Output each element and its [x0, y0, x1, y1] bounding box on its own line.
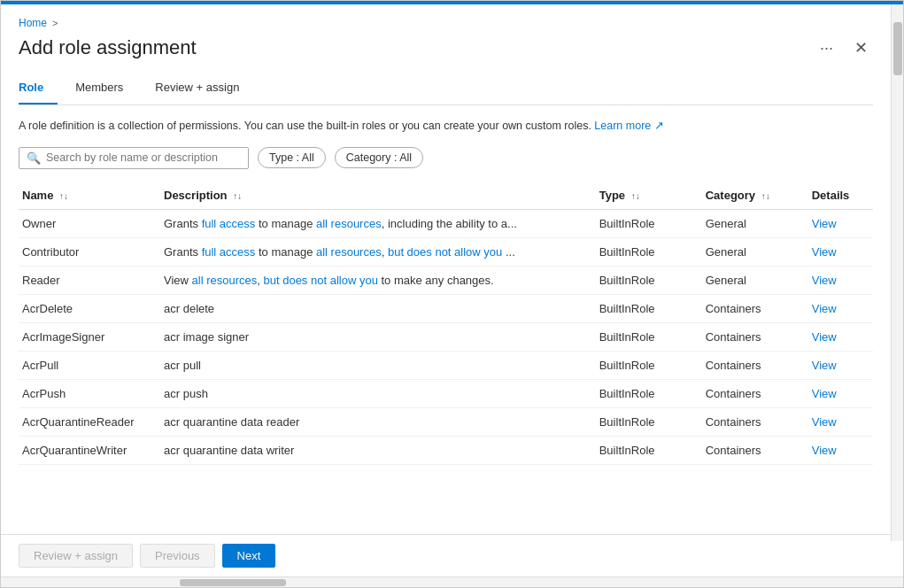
role-name-cell: AcrDelete [19, 294, 160, 322]
view-link[interactable]: View [812, 217, 837, 230]
main-content: Home > Add role assignment ··· ✕ Role Me… [1, 4, 903, 576]
role-type-cell: BuiltInRole [596, 351, 702, 379]
scrollbar[interactable] [891, 4, 903, 541]
header-actions: ··· ✕ [815, 36, 873, 59]
role-details-cell[interactable]: View [808, 209, 873, 237]
role-category-cell: Containers [702, 294, 808, 322]
bottom-scrollbar[interactable] [1, 576, 903, 587]
col-description[interactable]: Description ↑↓ [160, 182, 596, 210]
role-category-cell: General [702, 237, 808, 266]
search-input[interactable] [46, 151, 241, 164]
table-row[interactable]: AcrPullacr pullBuiltInRoleContainersView [19, 351, 873, 379]
bottom-scrollbar-thumb [180, 579, 286, 586]
filters-row: 🔍 Type : All Category : All [19, 147, 873, 169]
tab-role[interactable]: Role [19, 74, 58, 104]
breadcrumb: Home > [19, 4, 873, 36]
close-button[interactable]: ✕ [849, 36, 873, 59]
role-details-cell[interactable]: View [808, 379, 873, 407]
role-description-cell: acr delete [160, 294, 596, 322]
external-link-icon: ↗ [654, 120, 664, 132]
role-category-cell: Containers [702, 322, 808, 351]
previous-button[interactable]: Previous [140, 544, 215, 568]
role-details-cell[interactable]: View [808, 266, 873, 294]
role-category-cell: Containers [702, 436, 808, 464]
view-link[interactable]: View [812, 387, 837, 400]
role-category-cell: Containers [702, 351, 808, 379]
role-name-cell: AcrQuarantineWriter [19, 436, 160, 464]
table-row[interactable]: AcrQuarantineWriteracr quarantine data w… [19, 436, 873, 464]
role-name-cell: Owner [19, 209, 160, 237]
role-type-cell: BuiltInRole [596, 322, 702, 351]
search-box[interactable]: 🔍 [19, 147, 249, 169]
category-filter[interactable]: Category : All [335, 147, 423, 168]
role-type-cell: BuiltInRole [596, 209, 702, 237]
role-details-cell[interactable]: View [808, 294, 873, 322]
role-details-cell[interactable]: View [808, 436, 873, 464]
role-description-cell: acr quarantine data writer [160, 436, 596, 464]
role-type-cell: BuiltInRole [596, 266, 702, 294]
role-category-cell: General [702, 266, 808, 294]
role-description-cell: Grants full access to manage all resourc… [160, 209, 596, 237]
table-container: Name ↑↓ Description ↑↓ Type ↑↓ Category … [19, 182, 873, 534]
role-description-cell: acr image signer [160, 322, 596, 351]
tab-members[interactable]: Members [75, 74, 137, 104]
table-row[interactable]: AcrDeleteacr deleteBuiltInRoleContainers… [19, 294, 873, 322]
role-details-cell[interactable]: View [808, 351, 873, 379]
table-row[interactable]: AcrImageSigneracr image signerBuiltInRol… [19, 322, 873, 351]
role-description-cell: acr pull [160, 351, 596, 379]
table-row[interactable]: OwnerGrants full access to manage all re… [19, 209, 873, 237]
role-type-cell: BuiltInRole [596, 237, 702, 266]
tab-review-assign[interactable]: Review + assign [155, 74, 253, 104]
role-description-cell: acr push [160, 379, 596, 407]
page-header: Add role assignment ··· ✕ [19, 36, 873, 74]
scrollbar-thumb [893, 22, 902, 75]
role-type-cell: BuiltInRole [596, 379, 702, 407]
view-link[interactable]: View [812, 359, 837, 372]
search-icon: 🔍 [27, 151, 41, 165]
view-link[interactable]: View [812, 245, 837, 259]
page-title: Add role assignment [19, 36, 197, 59]
role-name-cell: AcrPull [19, 351, 160, 379]
role-name-cell: AcrPush [19, 379, 160, 407]
role-description-cell: View all resources, but does not allow y… [160, 266, 596, 294]
tabs-container: Role Members Review + assign [19, 74, 873, 105]
next-button[interactable]: Next [222, 544, 276, 568]
role-details-cell[interactable]: View [808, 322, 873, 351]
role-type-cell: BuiltInRole [596, 436, 702, 464]
review-assign-button[interactable]: Review + assign [19, 544, 133, 568]
col-category[interactable]: Category ↑↓ [702, 182, 808, 210]
table-row[interactable]: AcrQuarantineReaderacr quarantine data r… [19, 407, 873, 436]
role-details-cell[interactable]: View [808, 237, 873, 266]
type-filter[interactable]: Type : All [258, 147, 326, 168]
role-description-cell: acr quarantine data reader [160, 407, 596, 436]
description-text: A role definition is a collection of per… [19, 118, 873, 135]
col-name[interactable]: Name ↑↓ [19, 182, 160, 210]
role-details-cell[interactable]: View [808, 407, 873, 436]
view-link[interactable]: View [812, 415, 837, 429]
content-area: Home > Add role assignment ··· ✕ Role Me… [1, 4, 903, 534]
role-category-cell: Containers [702, 407, 808, 436]
table-row[interactable]: ReaderView all resources, but does not a… [19, 266, 873, 294]
role-category-cell: Containers [702, 379, 808, 407]
roles-table: Name ↑↓ Description ↑↓ Type ↑↓ Category … [19, 182, 873, 465]
view-link[interactable]: View [812, 274, 837, 287]
learn-more-link[interactable]: Learn more ↗ [594, 120, 663, 132]
role-description-cell: Grants full access to manage all resourc… [160, 237, 596, 266]
role-name-cell: Reader [19, 266, 160, 294]
table-row[interactable]: ContributorGrants full access to manage … [19, 237, 873, 266]
col-type[interactable]: Type ↑↓ [596, 182, 702, 210]
role-type-cell: BuiltInRole [596, 294, 702, 322]
view-link[interactable]: View [812, 444, 837, 457]
ellipsis-button[interactable]: ··· [815, 37, 838, 59]
role-category-cell: General [702, 209, 808, 237]
view-link[interactable]: View [812, 302, 837, 315]
role-name-cell: AcrQuarantineReader [19, 407, 160, 436]
footer: Review + assign Previous Next [1, 534, 903, 576]
breadcrumb-separator: > [52, 18, 58, 28]
breadcrumb-home[interactable]: Home [19, 17, 47, 29]
col-details: Details [808, 182, 873, 210]
view-link[interactable]: View [812, 330, 837, 344]
role-type-cell: BuiltInRole [596, 407, 702, 436]
role-name-cell: AcrImageSigner [19, 322, 160, 351]
table-row[interactable]: AcrPushacr pushBuiltInRoleContainersView [19, 379, 873, 407]
